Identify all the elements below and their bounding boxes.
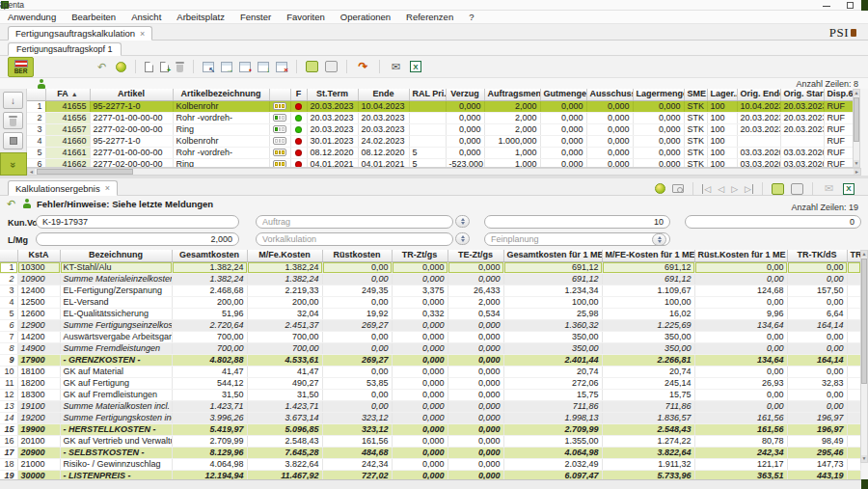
scroll-down-icon[interactable]: ▼ [861, 455, 867, 462]
table-row[interactable]: 9 17900 - GRENZKOSTEN - 4.802,88 4.533,6… [0, 354, 860, 366]
col-mfe-kosten[interactable]: M/Fe.Kosten [247, 250, 322, 261]
nav-last-icon[interactable]: ▷ [745, 184, 753, 194]
col-artikelbezeichnung[interactable]: Artikelbezeichnung [173, 89, 269, 100]
scrollbar-thumb[interactable] [861, 258, 867, 384]
menu-item[interactable]: Referenzen [398, 11, 461, 23]
table-row[interactable]: 4 12500 EL-Versand 200,00 200,00 0,00 0,… [0, 296, 860, 308]
table-row[interactable]: 17 20900 - SELBSTKOSTEN - 8.129,96 7.645… [0, 447, 860, 458]
scroll-right-icon[interactable]: ► [854, 169, 860, 175]
lmg-field[interactable] [36, 232, 239, 246]
recalculate-icon[interactable] [655, 183, 665, 194]
scrollbar-thumb[interactable] [37, 169, 133, 175]
vorkalkulation-lookup-button[interactable] [455, 232, 470, 245]
grid-view-active-icon[interactable] [306, 61, 318, 72]
insert-arrow-button[interactable]: ↓ [3, 92, 23, 109]
table-row[interactable]: 6 12900 Summe Fertigungseinzelkosten 2.7… [0, 319, 860, 331]
horizontal-scrollbar[interactable]: ◄ ► [27, 168, 861, 176]
feinplanung-field[interactable] [484, 232, 670, 246]
nav-next-icon[interactable]: ▷ [731, 184, 738, 194]
table-row[interactable]: 13 19100 Summe Materialkosten incl. GK 1… [0, 400, 860, 412]
transfer-icon[interactable]: ↷ [356, 60, 370, 74]
col-te-zt[interactable]: TE-Zt/gs [448, 250, 503, 261]
menu-item[interactable]: Ansicht [123, 11, 169, 23]
kun-vor-field[interactable] [36, 215, 239, 229]
feinplanung-lookup-button[interactable] [652, 233, 666, 246]
excel-export-icon[interactable]: X [410, 61, 421, 72]
grid-view-active-icon[interactable] [772, 183, 784, 195]
table-row[interactable]: 2 41656 2277-01-00-00-00 Rohr -vordreh- … [27, 112, 853, 123]
remove-row-icon[interactable]: × [276, 62, 287, 72]
mail-icon[interactable]: ✉ [389, 60, 403, 74]
scroll-left-icon[interactable]: ◄ [28, 169, 35, 175]
table-row[interactable]: 1 41655 95-2277-1-0 Kolbenrohr 20.03.202… [27, 100, 853, 112]
col-battery[interactable] [269, 89, 290, 100]
tab-fertigungsauftragskopf[interactable]: Fertigungsauftragskopf 1 [8, 42, 122, 56]
mail-icon[interactable]: ✉ [822, 181, 836, 196]
col-disp6[interactable]: Disp.6 [824, 89, 853, 100]
count-field[interactable] [484, 215, 670, 229]
table-row[interactable]: 2 10900 Summe Materialeinzelkosten 1.382… [0, 273, 860, 285]
col-sme[interactable]: SME [684, 89, 707, 100]
sidebar-delete-button[interactable] [3, 112, 23, 129]
col-tr-tk[interactable]: TR-TK/dS [787, 250, 847, 261]
move-row-icon[interactable]: ↓ [258, 62, 269, 72]
col-tr[interactable]: TR [847, 250, 860, 261]
col-ral-pri[interactable]: RAL Pri... [409, 89, 446, 100]
col-f[interactable]: F [290, 89, 307, 100]
table-row[interactable]: 16 20100 GK auf Vertrieb und Verwaltung … [0, 435, 860, 447]
col-verzug[interactable]: Verzug [446, 89, 484, 100]
sidebar-stop-button[interactable] [3, 132, 23, 149]
menu-item[interactable]: Operationen [333, 11, 398, 23]
table-row[interactable]: 5 41661 2277-01-00-00-00 Rohr -vordreh- … [27, 147, 853, 158]
snapshot-icon[interactable] [672, 184, 684, 193]
table-row[interactable]: 3 41657 2277-02-00-00-00 Ring 20.03.2023… [27, 123, 853, 135]
recalculate-icon[interactable] [116, 62, 126, 72]
scroll-up-icon[interactable]: ▲ [854, 90, 859, 96]
col-lager[interactable]: Lager... [707, 89, 737, 100]
col-gesamtkosten[interactable]: Gesamtkosten [172, 250, 247, 261]
table-row[interactable]: 3 12400 EL-Fertigung/Zerspanung 2.468,68… [0, 285, 860, 296]
delete-icon[interactable] [176, 62, 184, 72]
table-row[interactable]: 4 41660 95-2277-1-0 Kolbenrohr 30.01.202… [27, 135, 853, 147]
col-mfe-kosten-1me[interactable]: M/FE-Kosten für 1 ME [602, 250, 694, 261]
menu-item[interactable]: Favoriten [279, 11, 333, 23]
maximize-button[interactable] [847, 2, 854, 9]
grid-view-inactive-icon[interactable] [791, 183, 803, 195]
col-orig-ende[interactable]: Orig. Ende [737, 89, 780, 100]
grid-view-inactive-icon[interactable] [325, 61, 338, 72]
col-bezeichnung[interactable]: Bezeichnung [60, 250, 172, 261]
expand-button[interactable]: » [0, 152, 27, 176]
refresh-messages-icon[interactable]: ↶ [7, 198, 15, 210]
undo-icon[interactable]: ↶ [95, 60, 109, 74]
tab-fertigungsauftragskalkulation[interactable]: Fertigungsauftragskalkulation × [8, 26, 152, 41]
table-row[interactable]: 7 14200 Auswärtsvergabe Arbeitsgang 700,… [0, 331, 860, 342]
table-row[interactable]: 5 12600 EL-Qualitätssicherung 51,96 32,0… [0, 308, 860, 319]
auftrag-lookup-button[interactable] [455, 215, 470, 228]
col-artikel[interactable]: Artikel [90, 89, 173, 100]
vertical-scrollbar[interactable]: ▲ ▼ [853, 89, 860, 168]
scroll-up-icon[interactable]: ▲ [861, 251, 867, 258]
col-lagermenge[interactable]: Lagermenge [633, 89, 684, 100]
vorkalkulation-field[interactable] [256, 232, 453, 246]
excel-export-icon[interactable]: X [843, 183, 854, 195]
col-ende[interactable]: Ende [358, 89, 409, 100]
table-row[interactable]: 6 41662 2277-02-00-00-00 Ring 04.01.2021… [27, 158, 853, 168]
ber-button[interactable]: BER [8, 57, 34, 77]
close-tab-icon[interactable]: × [105, 183, 110, 193]
col-gesamtkosten-1me[interactable]: Gesamtkosten für 1 ME [503, 250, 602, 261]
table-row[interactable]: 12 18300 GK auf Fremdleistungen 31,50 31… [0, 389, 860, 400]
table-row[interactable]: 10 18100 GK auf Material 41,47 41,47 0,0… [0, 366, 860, 377]
col-tr-zt[interactable]: TR-Zt/gs [392, 250, 448, 261]
table-row[interactable]: 15 19900 - HERSTELLKOSTEN - 5.419,97 5.0… [0, 423, 860, 435]
col-orig-start[interactable]: Orig. Start [780, 89, 824, 100]
nav-first-icon[interactable]: ◁ [702, 184, 711, 194]
nav-prev-icon[interactable]: ◁ [718, 184, 724, 194]
table-row[interactable]: 11 18200 GK auf Fertigung 544,12 490,27 … [0, 377, 860, 389]
menu-item[interactable]: ? [461, 11, 481, 23]
stop-row-icon[interactable]: ▪ [239, 62, 251, 72]
scrollbar-thumb[interactable] [854, 97, 859, 142]
col-ksta[interactable]: KstA [17, 250, 60, 261]
col-fa[interactable]: FA▲ [45, 89, 90, 100]
menu-item[interactable]: Arbeitsplatz [169, 11, 232, 23]
minimize-button[interactable] [823, 6, 830, 7]
